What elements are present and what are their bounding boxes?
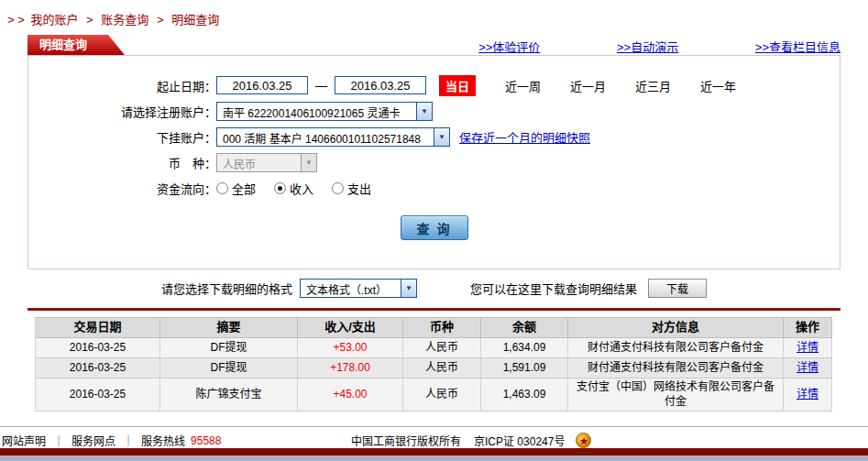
page: > > 我的账户 > 账务查询 > 明细查询 明细查询 >>体验评价 >>自动演… bbox=[0, 0, 868, 461]
cell-summary: DF提现 bbox=[160, 358, 298, 379]
breadcrumb-link-detail-query[interactable]: 明细查询 bbox=[171, 13, 219, 27]
detail-link[interactable]: 详情 bbox=[797, 341, 819, 356]
cell-balance: 1,463.09 bbox=[481, 379, 568, 412]
query-button[interactable]: 查 询 bbox=[401, 215, 468, 240]
breadcrumb-link-my-account[interactable]: 我的账户 bbox=[30, 13, 78, 27]
sub-account-label: 下挂账户： bbox=[28, 128, 216, 146]
dropdown-arrow-icon: ▼ bbox=[434, 128, 449, 146]
sub-account-row: 下挂账户： 000 活期 基本户 1406600101102571848 ▼ 保… bbox=[28, 124, 840, 149]
download-format-value: 文本格式（.txt） bbox=[301, 280, 401, 297]
breadcrumb-link-account-query[interactable]: 账务查询 bbox=[101, 13, 148, 27]
quick-range-today-button[interactable]: 当日 bbox=[439, 75, 476, 96]
hotline-label: 服务热线 bbox=[141, 433, 185, 448]
section-divider bbox=[27, 308, 841, 311]
site-statement-link[interactable]: 网站声明 bbox=[2, 433, 46, 448]
cell-amount: +178.00 bbox=[298, 358, 403, 379]
panel-header-links: >>体验评价 >>自动演示 >>查看栏目信息 bbox=[478, 38, 841, 55]
date-to-input[interactable] bbox=[335, 76, 426, 94]
transactions-table: 交易日期 摘要 收入/支出 币种 余额 对方信息 操作 2016-03-25 D… bbox=[35, 317, 832, 412]
cell-counterparty: 财付通支付科技有限公司客户备付金 bbox=[568, 358, 784, 379]
breadcrumb-prefix: > > bbox=[7, 13, 25, 27]
download-hint: 您可以在这里下载查询明细结果 bbox=[470, 280, 637, 297]
cell-currency: 人民币 bbox=[403, 358, 481, 379]
registered-account-value: 南平 6222001406100921065 灵通卡 bbox=[217, 103, 416, 120]
cell-balance: 1,591.09 bbox=[481, 358, 568, 379]
quick-range-year-link[interactable]: 近一年 bbox=[700, 77, 736, 94]
service-outlets-link[interactable]: 服务网点 bbox=[71, 433, 115, 448]
footer-left: 网站声明 ｜ 服务网点 ｜ 服务热线 95588 bbox=[2, 433, 221, 448]
download-button[interactable]: 下载 bbox=[648, 279, 707, 298]
download-format-select[interactable]: 文本格式（.txt） ▼ bbox=[300, 279, 417, 298]
cell-counterparty: 支付宝（中国）网络技术有限公司客户备付金 bbox=[568, 379, 784, 412]
cell-date: 2016-03-25 bbox=[35, 358, 160, 379]
header-summary: 摘要 bbox=[160, 317, 298, 338]
breadcrumb: > > 我的账户 > 账务查询 > 明细查询 bbox=[7, 10, 222, 27]
sub-account-select[interactable]: 000 活期 基本户 1406600101102571848 ▼ bbox=[216, 127, 450, 147]
detail-link[interactable]: 详情 bbox=[797, 388, 819, 402]
cell-counterparty: 财付通支付科技有限公司客户备付金 bbox=[568, 338, 784, 358]
table-row: 2016-03-25 DF提现 +178.00 人民币 1,591.09 财付通… bbox=[35, 358, 832, 379]
registered-account-select[interactable]: 南平 6222001406100921065 灵通卡 ▼ bbox=[216, 102, 433, 121]
header-amount: 收入/支出 bbox=[298, 317, 403, 338]
flow-option-label: 收入 bbox=[290, 180, 313, 197]
footer-separator: ｜ bbox=[53, 433, 64, 448]
quick-range-week-link[interactable]: 近一周 bbox=[505, 77, 541, 94]
date-range-row: 起止日期： — 当日 近一周 近一月 近三月 近一年 bbox=[28, 72, 840, 98]
download-format-label: 请您选择下载明细的格式 bbox=[161, 280, 292, 297]
copyright-text: 中国工商银行版权所有 bbox=[351, 433, 461, 448]
cell-amount: +53.00 bbox=[298, 338, 403, 358]
security-badge-icon: ★ bbox=[576, 433, 591, 448]
cell-date: 2016-03-25 bbox=[35, 379, 160, 412]
breadcrumb-separator: > bbox=[157, 13, 164, 27]
radio-icon bbox=[216, 182, 228, 194]
query-form-panel: 起止日期： — 当日 近一周 近一月 近三月 近一年 请选择注册账户： 南平 6… bbox=[27, 55, 841, 269]
table-row: 2016-03-25 陈广锦支付宝 +45.00 人民币 1,463.09 支付… bbox=[35, 379, 832, 412]
link-auto-demo[interactable]: >>自动演示 bbox=[617, 40, 678, 54]
footer-divider bbox=[0, 426, 868, 427]
cell-action: 详情 bbox=[784, 358, 832, 379]
fund-flow-row: 资金流向： 全部 收入 支出 bbox=[28, 175, 840, 201]
registered-account-row: 请选择注册账户： 南平 6222001406100921065 灵通卡 ▼ bbox=[28, 98, 840, 124]
link-view-column-info[interactable]: >>查看栏目信息 bbox=[755, 40, 841, 54]
header-date: 交易日期 bbox=[35, 317, 160, 338]
flow-radio-income[interactable]: 收入 bbox=[274, 180, 313, 197]
registered-account-label: 请选择注册账户： bbox=[28, 103, 216, 120]
footer-separator: ｜ bbox=[123, 433, 134, 448]
date-dash: — bbox=[315, 79, 327, 93]
download-row: 请您选择下载明细的格式 文本格式（.txt） ▼ 您可以在这里下载查询明细结果 … bbox=[0, 279, 868, 298]
radio-icon bbox=[332, 182, 344, 194]
cell-summary: DF提现 bbox=[160, 338, 298, 358]
flow-radio-expense[interactable]: 支出 bbox=[332, 180, 371, 197]
save-monthly-snapshot-link[interactable]: 保存近一个月的明细快照 bbox=[459, 128, 590, 146]
flow-radio-all[interactable]: 全部 bbox=[216, 180, 256, 197]
cell-action: 详情 bbox=[784, 379, 832, 412]
table-header-row: 交易日期 摘要 收入/支出 币种 余额 对方信息 操作 bbox=[35, 317, 832, 338]
date-from-input[interactable] bbox=[216, 76, 308, 94]
dropdown-arrow-icon: ▼ bbox=[416, 103, 432, 120]
quick-range-quarter-link[interactable]: 近三月 bbox=[635, 77, 671, 94]
flow-option-label: 支出 bbox=[347, 180, 371, 197]
table-row: 2016-03-25 DF提现 +53.00 人民币 1,634.09 财付通支… bbox=[35, 338, 832, 358]
hotline-number: 95588 bbox=[191, 434, 221, 447]
header-currency: 币种 bbox=[403, 317, 481, 338]
currency-label: 币 种： bbox=[28, 154, 216, 171]
footer-red-bar bbox=[0, 448, 868, 456]
currency-row: 币 种： 人民币 ▼ bbox=[28, 149, 840, 175]
panel-header: 明细查询 >>体验评价 >>自动演示 >>查看栏目信息 bbox=[27, 35, 841, 55]
sub-account-value: 000 活期 基本户 1406600101102571848 bbox=[217, 128, 434, 146]
cell-balance: 1,634.09 bbox=[481, 338, 568, 358]
footer: 网站声明 ｜ 服务网点 ｜ 服务热线 95588 中国工商银行版权所有 京ICP… bbox=[0, 432, 868, 448]
currency-value: 人民币 bbox=[217, 154, 301, 171]
fund-flow-label: 资金流向： bbox=[28, 180, 216, 197]
footer-center: 中国工商银行版权所有 京ICP证 030247号 ★ bbox=[351, 433, 591, 448]
header-balance: 余额 bbox=[481, 317, 568, 338]
cell-date: 2016-03-25 bbox=[35, 338, 160, 358]
flow-option-label: 全部 bbox=[232, 180, 256, 197]
link-experience-rating[interactable]: >>体验评价 bbox=[478, 40, 540, 54]
header-counterparty: 对方信息 bbox=[568, 317, 784, 338]
cell-currency: 人民币 bbox=[403, 379, 481, 412]
detail-link[interactable]: 详情 bbox=[797, 361, 819, 376]
cell-summary: 陈广锦支付宝 bbox=[160, 379, 298, 412]
icp-license-text: 京ICP证 030247号 bbox=[474, 433, 565, 448]
quick-range-month-link[interactable]: 近一月 bbox=[570, 77, 606, 94]
